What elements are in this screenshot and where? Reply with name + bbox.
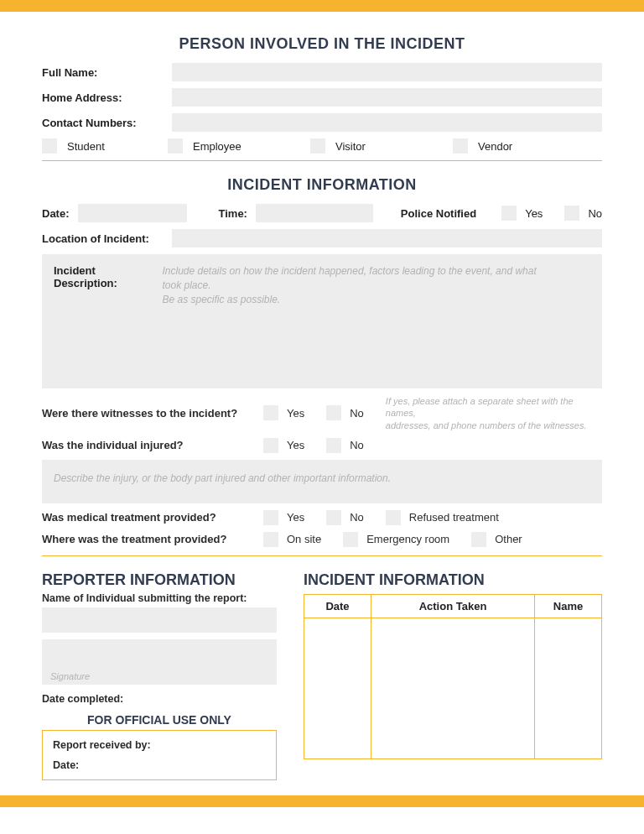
police-yes-label: Yes bbox=[525, 207, 543, 220]
medtreat-yes-label: Yes bbox=[287, 511, 304, 524]
full-name-row: Full Name: bbox=[42, 63, 602, 81]
location-row: Location of Incident: bbox=[42, 229, 602, 248]
time-label: Time: bbox=[219, 207, 247, 220]
treatment-location-label: Where was the treatment provided? bbox=[42, 533, 263, 545]
witnesses-label: Were there witnesses to the incident? bbox=[42, 407, 263, 420]
incident-description-label: Incident Description: bbox=[54, 264, 158, 289]
divider-1 bbox=[42, 160, 602, 161]
role-employee: Employee bbox=[168, 138, 310, 154]
location-input[interactable] bbox=[172, 229, 602, 248]
medtreat-no-label: No bbox=[350, 511, 364, 524]
desc-ph-line2: Be as specific as possible. bbox=[162, 294, 280, 305]
action-row bbox=[304, 618, 602, 758]
home-address-label: Home Address: bbox=[42, 91, 164, 104]
bottom-accent-bar bbox=[0, 795, 644, 807]
home-address-input[interactable] bbox=[172, 88, 602, 107]
contact-numbers-label: Contact Numbers: bbox=[42, 117, 164, 129]
police-yes-checkbox[interactable] bbox=[501, 206, 517, 221]
injury-placeholder: Describe the injury, or the body part in… bbox=[54, 472, 391, 484]
injured-no-label: No bbox=[350, 439, 364, 451]
col-name-header: Name bbox=[535, 594, 602, 618]
time-input[interactable] bbox=[256, 204, 373, 222]
employee-label: Employee bbox=[193, 140, 242, 153]
full-name-input[interactable] bbox=[172, 63, 602, 81]
bottom-columns: REPORTER INFORMATION Name of Individual … bbox=[42, 571, 602, 780]
onsite-label: On site bbox=[287, 533, 321, 545]
medtreat-yes-checkbox[interactable] bbox=[263, 510, 278, 525]
role-row: Student Employee Visitor Vendor bbox=[42, 138, 602, 154]
action-table: Date Action Taken Name bbox=[304, 594, 602, 759]
role-visitor: Visitor bbox=[310, 138, 453, 154]
action-taken-cell[interactable] bbox=[371, 618, 535, 758]
reporter-title: REPORTER INFORMATION bbox=[42, 571, 277, 589]
vendor-checkbox[interactable] bbox=[453, 138, 468, 154]
reporter-name-input[interactable] bbox=[42, 607, 277, 633]
witnesses-yes-checkbox[interactable] bbox=[263, 405, 278, 420]
student-label: Student bbox=[67, 140, 105, 153]
role-vendor: Vendor bbox=[453, 138, 512, 154]
medical-treatment-row: Was medical treatment provided? Yes No R… bbox=[42, 510, 602, 525]
incident-description-placeholder: Include details on how the incident happ… bbox=[162, 264, 548, 306]
injured-yes-checkbox[interactable] bbox=[263, 438, 278, 453]
date-input[interactable] bbox=[78, 204, 187, 222]
full-name-label: Full Name: bbox=[42, 66, 164, 79]
medtreat-refused-label: Refused treatment bbox=[409, 511, 499, 524]
student-checkbox[interactable] bbox=[42, 138, 57, 154]
signature-box[interactable]: Signature bbox=[42, 639, 277, 685]
er-checkbox[interactable] bbox=[343, 532, 358, 547]
witnesses-no-checkbox[interactable] bbox=[326, 405, 341, 420]
desc-ph-line1: Include details on how the incident happ… bbox=[162, 265, 536, 291]
witnesses-row: Were there witnesses to the incident? Ye… bbox=[42, 395, 602, 431]
vendor-label: Vendor bbox=[478, 140, 512, 153]
injured-row: Was the individual injured? Yes No bbox=[42, 438, 602, 453]
col-date-header: Date bbox=[304, 594, 371, 618]
onsite-checkbox[interactable] bbox=[263, 532, 278, 547]
home-address-row: Home Address: bbox=[42, 88, 602, 107]
reporter-column: REPORTER INFORMATION Name of Individual … bbox=[42, 571, 277, 780]
injured-no-checkbox[interactable] bbox=[326, 438, 341, 453]
er-label: Emergency room bbox=[366, 533, 449, 545]
incident-description-box[interactable]: Incident Description: Include details on… bbox=[42, 254, 602, 388]
official-use-title: FOR OFFICIAL USE ONLY bbox=[42, 713, 277, 727]
contact-numbers-row: Contact Numbers: bbox=[42, 113, 602, 132]
employee-checkbox[interactable] bbox=[168, 138, 183, 154]
other-label: Other bbox=[495, 533, 522, 545]
contact-numbers-input[interactable] bbox=[172, 113, 602, 132]
date-completed-label: Date completed: bbox=[42, 693, 277, 705]
police-no-label: No bbox=[588, 207, 602, 220]
location-label: Location of Incident: bbox=[42, 232, 164, 245]
injury-description-box[interactable]: Describe the injury, or the body part in… bbox=[42, 460, 602, 503]
visitor-checkbox[interactable] bbox=[310, 138, 325, 154]
medtreat-no-checkbox[interactable] bbox=[326, 510, 341, 525]
witnesses-hint: If yes, please attach a separate sheet w… bbox=[386, 395, 602, 431]
action-title: INCIDENT INFORMATION bbox=[304, 571, 602, 589]
received-by-label: Report received by: bbox=[53, 739, 266, 751]
col-action-header: Action Taken bbox=[371, 594, 535, 618]
action-column: INCIDENT INFORMATION Date Action Taken N… bbox=[304, 571, 602, 780]
visitor-label: Visitor bbox=[335, 140, 366, 153]
witness-hint-1: If yes, please attach a separate sheet w… bbox=[386, 396, 574, 418]
official-date-label: Date: bbox=[53, 759, 266, 771]
other-checkbox[interactable] bbox=[471, 532, 486, 547]
police-notified-label: Police Notified bbox=[401, 207, 476, 220]
police-no-checkbox[interactable] bbox=[564, 206, 579, 221]
official-use-box: Report received by: Date: bbox=[42, 730, 277, 780]
medical-treatment-label: Was medical treatment provided? bbox=[42, 511, 263, 524]
person-involved-title: PERSON INVOLVED IN THE INCIDENT bbox=[42, 35, 602, 53]
witnesses-no-label: No bbox=[350, 407, 364, 420]
incident-info-title: INCIDENT INFORMATION bbox=[42, 176, 602, 194]
divider-2 bbox=[42, 555, 602, 556]
treatment-location-row: Where was the treatment provided? On sit… bbox=[42, 532, 602, 547]
action-date-cell[interactable] bbox=[304, 618, 371, 758]
medtreat-refused-checkbox[interactable] bbox=[386, 510, 401, 525]
top-accent-bar bbox=[0, 0, 644, 12]
witnesses-yes-label: Yes bbox=[287, 407, 304, 420]
form-page: PERSON INVOLVED IN THE INCIDENT Full Nam… bbox=[0, 12, 644, 795]
injured-label: Was the individual injured? bbox=[42, 439, 263, 451]
reporter-name-label: Name of Individual submitting the report… bbox=[42, 592, 277, 604]
role-student: Student bbox=[42, 138, 168, 154]
date-label: Date: bbox=[42, 207, 70, 220]
injured-yes-label: Yes bbox=[287, 439, 304, 451]
date-time-row: Date: Time: Police Notified Yes No bbox=[42, 204, 602, 222]
action-name-cell[interactable] bbox=[535, 618, 602, 758]
